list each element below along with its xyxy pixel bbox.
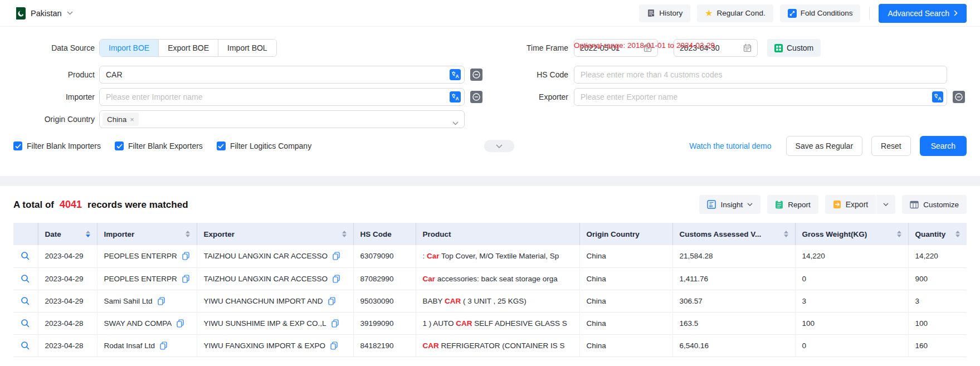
customize-grid-icon	[910, 201, 919, 209]
header-importer[interactable]: Importer	[97, 223, 197, 245]
reset-button[interactable]: Reset	[871, 136, 911, 156]
row-detail-cell	[13, 245, 38, 267]
country-selector[interactable]: Pakistan	[13, 7, 73, 19]
importer-cell: SWAY AND COMPA	[97, 312, 197, 334]
origin-country-cell: China	[579, 290, 672, 312]
quantity-cell: 160	[908, 334, 967, 357]
save-as-regular-button[interactable]: Save as Regular	[786, 136, 863, 156]
history-button[interactable]: History	[639, 4, 690, 22]
view-detail-search-icon[interactable]	[21, 296, 30, 306]
copy-icon[interactable]	[330, 341, 338, 350]
importer-input[interactable]	[99, 88, 465, 106]
search-form: Optional range: 2018-01-01 to 2024-02-29…	[0, 39, 980, 176]
gross-weight-cell: 3	[795, 290, 908, 312]
collapse-conditions-button[interactable]	[484, 140, 514, 152]
sort-icons[interactable]	[893, 231, 901, 237]
exporter-input[interactable]	[574, 88, 947, 106]
quantity-cell: 100	[908, 312, 967, 334]
report-button[interactable]: Report	[767, 195, 818, 214]
time-frame-label: Time Frame	[515, 43, 568, 52]
tutorial-link[interactable]: Watch the tutorial demo	[689, 141, 771, 150]
translate-icon[interactable]: A	[450, 91, 461, 104]
copy-icon[interactable]	[333, 275, 340, 283]
filter-blank-exporters[interactable]: Filter Blank Exporters	[115, 141, 203, 150]
header-quantity[interactable]: Quantity	[908, 223, 967, 245]
chevron-down-icon	[452, 118, 459, 127]
hs-code-label: HS Code	[515, 70, 568, 79]
table-row: 2023-04-29 Sami Sahil Ltd YIWU CHANGCHUN…	[13, 290, 967, 312]
export-dropdown-button[interactable]	[876, 195, 895, 214]
view-detail-search-icon[interactable]	[21, 319, 30, 328]
exporter-cell: TAIZHOU LANGXIN CAR ACCESSO	[197, 245, 353, 267]
translate-icon[interactable]: A	[450, 69, 461, 82]
translate-icon[interactable]: A	[932, 91, 943, 104]
filter-label: Filter Logitics Company	[230, 141, 311, 150]
tab-import-bol[interactable]: Import BOL	[218, 40, 276, 56]
header-product: Product	[416, 223, 579, 245]
copy-icon[interactable]	[331, 319, 339, 328]
copy-icon[interactable]	[182, 275, 189, 283]
exact-match-icon[interactable]	[470, 69, 482, 81]
exporter-label: Exporter	[515, 92, 568, 101]
view-detail-search-icon[interactable]	[21, 251, 30, 261]
sort-icons[interactable]	[181, 231, 190, 237]
product-cell: BABY CAR ( 3 UNIT , 25 KGS)	[416, 290, 579, 312]
advanced-search-button[interactable]: Advanced Search	[879, 4, 967, 23]
hs-code-input[interactable]	[574, 66, 947, 84]
checkbox-checked-icon[interactable]	[13, 141, 22, 150]
product-cell: 1 ) AUTO CAR SELF ADHESIVE GLASS S	[416, 312, 579, 334]
importer-cell: Sami Sahil Ltd	[97, 290, 197, 312]
view-detail-search-icon[interactable]	[21, 341, 30, 350]
quantity-cell: 3	[908, 290, 967, 312]
calendar-icon	[743, 43, 752, 52]
header-gross-weight[interactable]: Gross Weight(KG)	[795, 223, 908, 245]
customize-label: Customize	[923, 201, 959, 209]
fold-conditions-button[interactable]: Fold Conditions	[780, 4, 861, 22]
exact-match-icon[interactable]	[470, 91, 482, 103]
checkbox-checked-icon[interactable]	[115, 141, 124, 150]
table-row: 2023-04-28 SWAY AND COMPA YIWU SUNSHIME …	[13, 312, 967, 334]
tab-export-boe[interactable]: Export BOE	[158, 40, 218, 56]
copy-icon[interactable]	[158, 297, 165, 305]
fold-conditions-label: Fold Conditions	[801, 9, 853, 17]
sort-icons[interactable]	[81, 231, 90, 237]
chevron-right-icon	[954, 10, 958, 16]
copy-icon[interactable]	[328, 297, 335, 305]
copy-icon[interactable]	[333, 252, 340, 260]
regular-cond-button[interactable]: ★ Regular Cond.	[697, 4, 773, 22]
header-date[interactable]: Date	[38, 223, 97, 245]
export-button[interactable]: Export	[825, 200, 876, 209]
exact-match-icon[interactable]	[953, 91, 965, 103]
checkbox-checked-icon[interactable]	[217, 141, 226, 150]
pakistan-flag-icon	[13, 7, 26, 19]
header-exporter[interactable]: Exporter	[197, 223, 353, 245]
insight-bi-icon: BI	[707, 200, 716, 209]
sort-icons[interactable]	[779, 231, 788, 237]
product-input[interactable]	[99, 66, 465, 84]
filter-logitics-company[interactable]: Filter Logitics Company	[217, 141, 311, 150]
sort-icons[interactable]	[951, 231, 960, 237]
customs-value-cell: 163.5	[672, 312, 795, 334]
search-button[interactable]: Search	[920, 136, 967, 156]
copy-icon[interactable]	[160, 341, 167, 350]
custom-range-button[interactable]: Custom	[767, 39, 821, 57]
origin-country-cell: China	[579, 245, 672, 267]
tab-import-boe[interactable]: Import BOE	[100, 40, 158, 56]
copy-icon[interactable]	[177, 319, 184, 328]
origin-country-select[interactable]: China ×	[99, 110, 465, 128]
insight-button[interactable]: BI Insight	[699, 195, 760, 214]
view-detail-search-icon[interactable]	[21, 274, 30, 284]
topbar: Pakistan History ★ Regular Cond. Fold Co…	[0, 0, 980, 27]
filter-blank-importers[interactable]: Filter Blank Importers	[13, 141, 101, 150]
sort-icons[interactable]	[338, 231, 347, 237]
origin-country-label: Origin Country	[13, 115, 95, 124]
divider	[869, 7, 870, 20]
origin-country-cell: China	[579, 267, 672, 290]
header-customs-value[interactable]: Customs Assessed V...	[672, 223, 795, 245]
table-header-row: Date Importer Exporter HS Code Product O…	[13, 223, 967, 245]
importer-label: Importer	[13, 92, 95, 101]
remove-tag-icon[interactable]: ×	[130, 115, 134, 124]
copy-icon[interactable]	[182, 252, 189, 260]
customize-button[interactable]: Customize	[902, 195, 967, 214]
fold-icon	[788, 9, 797, 18]
